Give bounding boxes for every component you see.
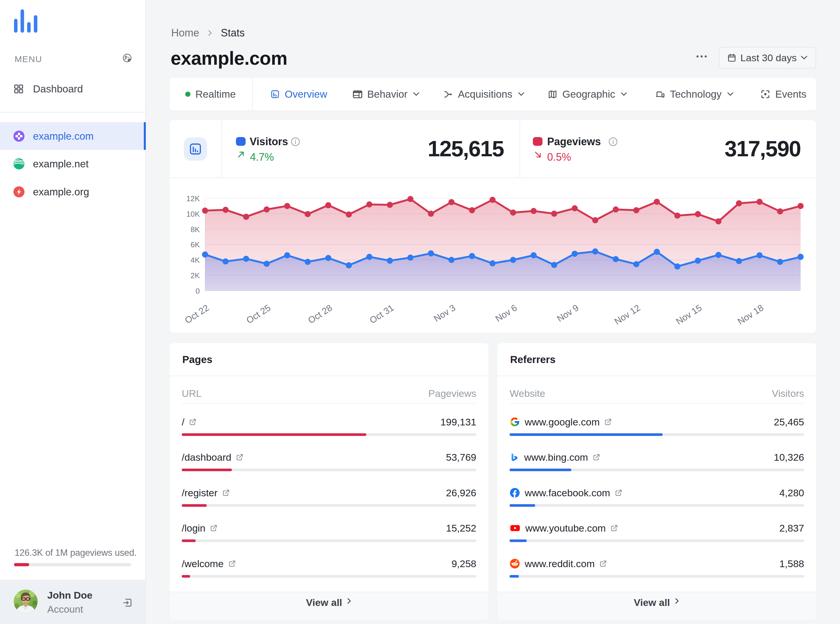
svg-text:12K: 12K	[186, 194, 200, 203]
svg-text:0: 0	[196, 287, 200, 295]
svg-text:Nov 12: Nov 12	[613, 303, 642, 327]
svg-text:Nov 9: Nov 9	[555, 303, 580, 324]
svg-text:Nov 15: Nov 15	[674, 303, 704, 327]
svg-text:Nov 18: Nov 18	[736, 303, 765, 327]
svg-text:Oct 25: Oct 25	[244, 303, 272, 326]
svg-text:2K: 2K	[190, 271, 200, 280]
svg-text:6K: 6K	[190, 240, 200, 249]
svg-text:Nov 6: Nov 6	[493, 303, 519, 324]
svg-text:Nov 3: Nov 3	[432, 303, 457, 324]
svg-text:Oct 28: Oct 28	[306, 303, 334, 326]
svg-text:10K: 10K	[186, 210, 200, 218]
svg-text:4K: 4K	[190, 256, 200, 264]
svg-text:Oct 22: Oct 22	[183, 303, 211, 326]
svg-text:Oct 31: Oct 31	[368, 303, 396, 326]
svg-text:8K: 8K	[190, 225, 200, 234]
